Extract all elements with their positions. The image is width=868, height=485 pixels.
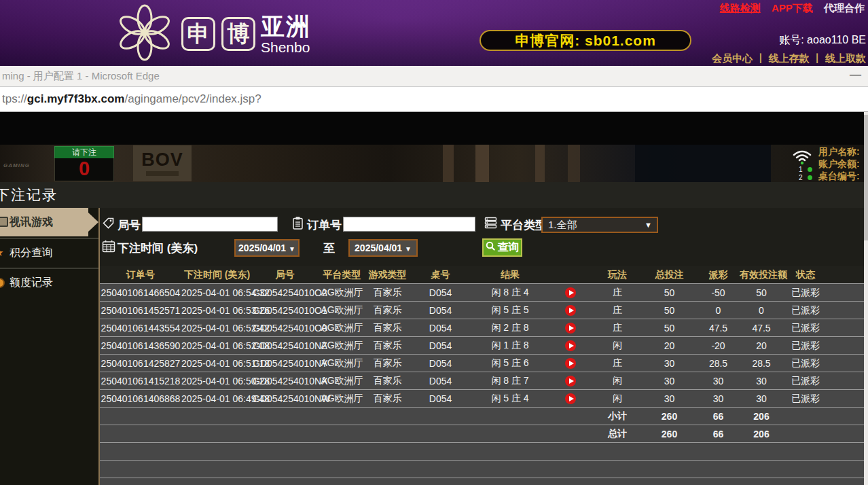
search-button-label: 查询 [498,240,520,255]
cell-status: 已派彩 [783,284,828,302]
link-agent-coop[interactable]: 代理合作 [824,2,865,14]
platform-type-value: 1.全部 [548,219,577,230]
page-title-bar: 下注记录 [0,182,864,208]
empty-row [100,443,864,461]
platform-type-label: 平台类型 [501,217,547,233]
cell-payout: 30 [697,390,740,408]
table-row: 250401061415218 2025-04-01 06:50:28 GD05… [100,372,864,390]
grand-total-total-bet: 260 [642,425,697,443]
play-icon[interactable] [565,305,576,316]
date-to-select[interactable]: 2025/04/01 ▼ [348,239,418,257]
top-links: 线路检测 APP下载 代理合作 [712,2,865,15]
cell-desk: D054 [408,355,473,372]
logo-sub-text: Shenbo [261,40,311,54]
scrollbar-thumb[interactable] [864,115,868,240]
subtotal-row: 小计 260 66 206 [100,408,864,425]
play-icon[interactable] [565,393,576,404]
logo-char-bo: 博 [221,17,255,51]
bet-time-label: 下注时间 (美东) [117,240,198,256]
search-button[interactable]: 查询 [482,238,522,257]
link-online-withdraw[interactable]: 线上取款 [825,52,866,64]
site-header: 线路检测 APP下载 代理合作 申 博 亚洲 Shenbo 申博官网 [0,0,868,66]
cell-result: 闲 5 庄 6 [473,355,547,372]
cell-bet-side: 闲 [593,390,642,408]
table-header-row: 订单号 下注时间 (美东) 局号 平台类型 游戏类型 桌号 结果 玩法 总投注 … [100,266,864,284]
cell-game: 百家乐 [367,355,408,372]
col-status: 状态 [783,266,828,284]
cell-valid-bet: 28.5 [740,355,783,372]
cell-desk: D054 [408,319,473,337]
page-title: 下注记录 [0,182,58,208]
subtotal-total-bet: 260 [642,408,697,425]
marker-2: 2 [799,174,803,181]
order-number-input[interactable] [343,217,475,232]
platform-type-select[interactable]: 1.全部 ▼ [541,217,658,233]
star-icon: ★ [0,239,3,266]
play-icon[interactable] [565,376,576,387]
sidebar-item-quota-records[interactable]: 额度记录 [0,269,98,296]
round-number-input[interactable] [142,217,278,232]
cell-payout: 47.5 [697,319,740,337]
chevron-down-icon: ▼ [645,218,652,232]
play-icon[interactable] [565,287,576,298]
green-dot-icon [808,175,812,180]
sidebar-item-video-games[interactable]: 视讯游戏 [0,208,88,236]
desk-number-label: 桌台编号: [818,170,860,182]
play-icon[interactable] [565,358,576,369]
url-bar[interactable]: tps://gci.myf7f3bx.com/agingame/pcv2/ind… [0,87,868,112]
flower-logo-icon [114,1,175,66]
pillar-shape [535,145,545,182]
play-icon[interactable] [565,323,576,334]
cell-bet-side: 庄 [593,284,642,302]
member-sep: 丨 [755,52,765,64]
cell-payout: -20 [697,337,740,355]
link-online-deposit[interactable]: 线上存款 [769,52,810,64]
pillar-shape [568,145,580,182]
sidebar-item-points-query[interactable]: ★ 积分查询 [0,239,98,266]
cell-status: 已派彩 [783,302,828,319]
sidebar-item-label: 额度记录 [10,276,53,288]
url-text: tps://gci.myf7f3bx.com/agingame/pcv2/ind… [2,87,261,111]
col-game: 游戏类型 [367,266,408,284]
link-member-center[interactable]: 会员中心 [712,52,753,64]
minimize-icon[interactable]: — [850,66,861,83]
play-icon[interactable] [565,340,576,351]
cell-game: 百家乐 [367,319,408,337]
cell-platform: AG欧洲厅 [317,319,367,337]
col-order: 订单号 [100,266,181,284]
col-round: 局号 [253,266,317,284]
scrollbar[interactable] [864,112,868,485]
cell-round: GD054254010NW [253,390,317,408]
cell-result: 闲 2 庄 8 [473,319,547,337]
date-from-select[interactable]: 2025/04/01 ▼ [234,239,300,257]
order-number-label: 订单号 [307,217,342,233]
countdown-number: 0 [79,158,90,179]
col-result: 结果 [473,266,547,284]
official-site-pill[interactable]: 申博官网: sb01.com [480,30,691,51]
cell-game: 百家乐 [367,337,408,355]
date-from-value: 2025/04/01 [238,242,286,253]
cell-bet-side: 闲 [593,372,642,390]
cell-game: 百家乐 [367,284,408,302]
coin-icon [0,278,5,288]
balance-label: 账户余额: [818,158,860,170]
road-markers: 1 2 [799,166,812,182]
chevron-down-icon: ▼ [289,245,295,253]
cell-round: GD054254010O1 [253,302,317,319]
cell-bet-side: 庄 [593,302,642,319]
cell-round: GD054254010NY [253,355,317,372]
url-path: /agingame/pcv2/index.jsp? [124,92,261,105]
game-video-strip: GAMING 请下注 0 BOV 1 2 用户名称: 账户余额: 桌台编号: [0,145,864,182]
link-app-download[interactable]: APP下载 [772,2,813,14]
empty-row [100,461,864,478]
sidebar-item-label: 积分查询 [10,247,53,258]
bov-text: BOV [141,151,183,169]
cell-bet-side: 闲 [593,337,642,355]
link-line-check[interactable]: 线路检测 [720,2,761,14]
logo-char-shen: 申 [181,17,215,51]
cell-game: 百家乐 [367,302,408,319]
clipboard-icon [292,216,304,233]
cell-game: 百家乐 [367,390,408,408]
cell-total-bet: 50 [642,302,697,319]
cell-time: 2025-04-01 06:51:18 [181,355,253,372]
